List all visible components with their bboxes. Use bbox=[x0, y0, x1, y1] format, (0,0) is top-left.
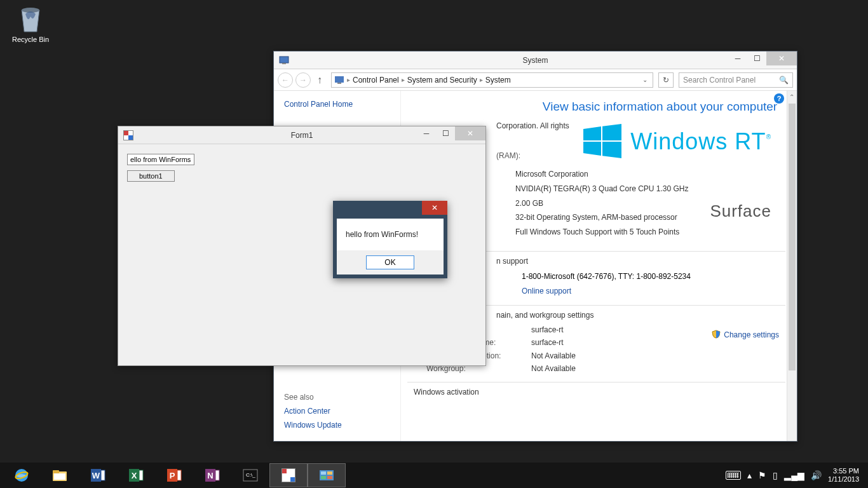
tray-chevron-icon[interactable]: ▴ bbox=[747, 470, 752, 480]
search-icon: 🔍 bbox=[779, 76, 789, 85]
domain-section: nain, and workgroup settings bbox=[496, 311, 785, 320]
messagebox: ✕ hello from WinForms! OK bbox=[333, 201, 447, 278]
taskbar-explorer[interactable] bbox=[41, 463, 79, 487]
close-button[interactable]: ✕ bbox=[766, 51, 797, 65]
refresh-button[interactable]: ↻ bbox=[658, 72, 674, 88]
winforms-app-icon bbox=[281, 468, 295, 482]
breadcrumb-system[interactable]: System bbox=[485, 76, 511, 85]
systype-value: 32-bit Operating System, ARM-based proce… bbox=[515, 210, 689, 225]
system-icon bbox=[279, 55, 289, 65]
svg-text:X: X bbox=[132, 471, 137, 480]
see-also-label: See also bbox=[284, 393, 314, 402]
svg-rect-12 bbox=[53, 470, 59, 473]
maximize-button[interactable]: ☐ bbox=[747, 51, 766, 65]
svg-rect-13 bbox=[54, 473, 65, 480]
search-input[interactable]: Search Control Panel 🔍 bbox=[679, 72, 793, 88]
processor-value: NVIDIA(R) TEGRA(R) 3 Quad Core CPU 1.30 … bbox=[515, 182, 689, 196]
svg-rect-32 bbox=[327, 476, 332, 479]
svg-rect-31 bbox=[321, 476, 326, 479]
clock-date: 1/11/2013 bbox=[828, 475, 859, 484]
breadcrumb-control-panel[interactable]: Control Panel bbox=[353, 76, 399, 85]
page-heading: View basic information about your comput… bbox=[534, 100, 785, 114]
svg-rect-29 bbox=[321, 471, 326, 475]
form1-close-button[interactable]: ✕ bbox=[455, 126, 485, 140]
svg-rect-19 bbox=[139, 470, 143, 480]
activation-section: Windows activation bbox=[414, 388, 785, 396]
svg-marker-5 bbox=[583, 126, 601, 140]
messagebox-titlebar[interactable]: ✕ bbox=[337, 205, 444, 219]
svg-rect-22 bbox=[177, 470, 181, 480]
windows-update-link[interactable]: Windows Update bbox=[284, 421, 342, 430]
location-icon bbox=[334, 75, 344, 85]
up-button[interactable]: ↑ bbox=[313, 74, 326, 86]
scrollbar[interactable] bbox=[787, 91, 797, 441]
taskbar-clock[interactable]: 3:55 PM 1/11/2013 bbox=[828, 467, 859, 484]
workgroup-value: Not Available bbox=[531, 362, 576, 375]
description-value: Not Available bbox=[531, 349, 576, 362]
taskbar-control-panel[interactable] bbox=[308, 463, 346, 487]
taskbar-ie[interactable] bbox=[3, 463, 41, 487]
windows-logo-icon bbox=[582, 121, 623, 162]
forward-button[interactable]: → bbox=[295, 72, 311, 88]
svg-rect-30 bbox=[327, 471, 332, 475]
svg-rect-4 bbox=[337, 83, 341, 84]
svg-text:N: N bbox=[207, 471, 213, 480]
address-bar[interactable]: ▸ Control Panel ▸ System and Security ▸ … bbox=[331, 72, 653, 88]
nav-toolbar: ← → ↑ ▸ Control Panel ▸ System and Secur… bbox=[274, 69, 797, 91]
recycle-bin-label: Recycle Bin bbox=[12, 36, 49, 43]
svg-text:W: W bbox=[92, 471, 100, 480]
svg-rect-16 bbox=[101, 470, 105, 480]
form1-maximize-button[interactable]: ☐ bbox=[436, 126, 455, 140]
recycle-bin-icon bbox=[17, 4, 44, 34]
control-panel-home-link[interactable]: Control Panel Home bbox=[284, 100, 390, 109]
minimize-button[interactable]: ─ bbox=[728, 51, 747, 65]
textbox1[interactable] bbox=[127, 154, 194, 165]
support-phone: 1-800-Microsoft (642-7676), TTY: 1-800-8… bbox=[522, 269, 785, 284]
system-titlebar[interactable]: System ─ ☐ ✕ bbox=[274, 51, 797, 69]
svg-rect-2 bbox=[282, 63, 286, 64]
clock-time: 3:55 PM bbox=[828, 467, 859, 475]
help-icon[interactable]: ? bbox=[774, 93, 784, 104]
crumb-sep-icon: ▸ bbox=[347, 76, 350, 83]
windows-brand-text: Windows RT® bbox=[630, 128, 771, 155]
scroll-up-icon[interactable]: ⌃ bbox=[789, 93, 794, 100]
battery-icon[interactable]: ▯ bbox=[773, 470, 778, 480]
computer-name-value: surface-rt bbox=[531, 323, 564, 336]
back-button[interactable]: ← bbox=[278, 72, 293, 88]
taskbar-cmd[interactable]: C:\_ bbox=[231, 463, 269, 487]
change-settings-link[interactable]: Change settings bbox=[724, 330, 779, 339]
svg-marker-7 bbox=[583, 142, 601, 156]
breadcrumb-system-security[interactable]: System and Security bbox=[407, 76, 477, 85]
shield-icon bbox=[712, 330, 721, 339]
support-section: n support bbox=[496, 257, 785, 266]
svg-text:P: P bbox=[170, 471, 175, 480]
button1[interactable]: button1 bbox=[127, 170, 175, 182]
online-support-link[interactable]: Online support bbox=[522, 287, 571, 295]
form1-titlebar[interactable]: Form1 ─ ☐ ✕ bbox=[118, 126, 485, 144]
manufacturer-value: Microsoft Corporation bbox=[515, 167, 689, 182]
form1-minimize-button[interactable]: ─ bbox=[417, 126, 436, 140]
taskbar-powerpoint[interactable]: P bbox=[155, 463, 193, 487]
address-dropdown-icon[interactable]: ⌄ bbox=[640, 76, 650, 83]
messagebox-close-button[interactable]: ✕ bbox=[422, 201, 447, 215]
scrollbar-thumb[interactable] bbox=[789, 104, 796, 370]
svg-text:C:\_: C:\_ bbox=[246, 472, 255, 478]
action-center-link[interactable]: Action Center bbox=[284, 407, 342, 416]
taskbar-form1-app[interactable] bbox=[269, 463, 308, 487]
recycle-bin[interactable]: Recycle Bin bbox=[8, 4, 53, 43]
search-placeholder: Search Control Panel bbox=[683, 76, 756, 85]
svg-rect-3 bbox=[335, 76, 344, 83]
touch-value: Full Windows Touch Support with 5 Touch … bbox=[515, 225, 689, 240]
svg-marker-8 bbox=[602, 142, 621, 158]
svg-rect-1 bbox=[280, 57, 288, 63]
touch-keyboard-icon[interactable] bbox=[726, 471, 741, 480]
taskbar-excel[interactable]: X bbox=[117, 463, 155, 487]
volume-icon[interactable]: 🔊 bbox=[811, 470, 822, 480]
messagebox-ok-button[interactable]: OK bbox=[366, 255, 414, 269]
taskbar-word[interactable]: W bbox=[79, 463, 117, 487]
full-name-value: surface-rt bbox=[531, 336, 564, 349]
svg-rect-25 bbox=[215, 470, 219, 480]
taskbar-onenote[interactable]: N bbox=[193, 463, 231, 487]
network-icon[interactable]: ▂▄▆ bbox=[784, 470, 804, 480]
action-center-icon[interactable]: ⚑ bbox=[758, 470, 766, 480]
